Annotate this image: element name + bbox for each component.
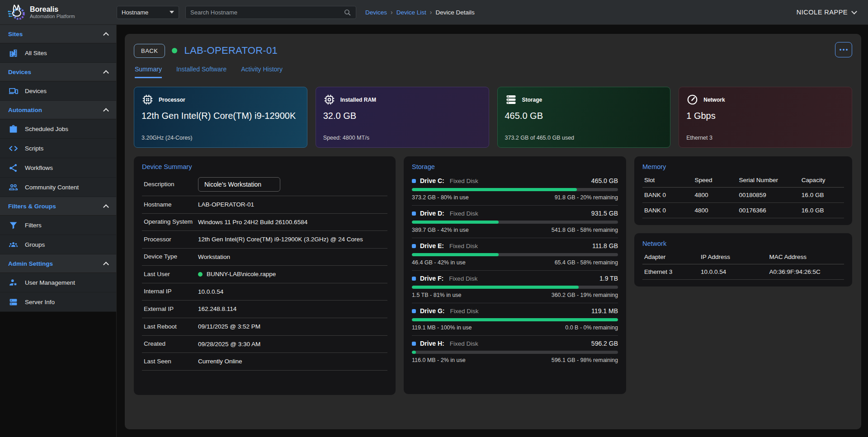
drive-used: 373.2 GB - 80% in use [412,194,469,201]
chevron-up-icon [103,32,109,38]
drive-row-f: Drive F: Fixed Disk 1.9 TB 1.5 TB - 81% … [412,271,618,303]
sidebar-section-automation[interactable]: Automation [0,101,116,119]
network-panel: Network Adapter IP Address MAC Address E… [634,233,852,287]
col-header-mac: MAC Address [768,250,844,264]
row-value: Currently Online [198,357,242,366]
sidebar-section-filters-groups[interactable]: Filters & Groups [0,197,116,216]
drive-name: Drive F: [420,275,443,282]
table-row: BANK 0 4800 00176366 16.0 GB [642,203,844,218]
brand: Borealis Automation Platform [0,2,117,23]
drive-used: 1.5 TB - 81% in use [412,292,462,298]
row-value: Workstation [198,253,230,262]
row-label: Hostname [144,201,198,209]
sidebar-item-label: Community Content [25,184,79,191]
sidebar: Sites All Sites Devices Devices Automati… [0,25,117,437]
memory-table: Slot Speed Serial Number Capacity BANK 0… [642,173,844,218]
sidebar-item-groups[interactable]: Groups [0,235,116,254]
drive-type: Fixed Disk [450,210,478,217]
row-label: Operating System [144,218,198,226]
memory-panel: Memory Slot Speed Serial Number Capacity [634,156,852,225]
sidebar-section-admin-settings[interactable]: Admin Settings [0,254,116,273]
sidebar-item-user-management[interactable]: User Management [0,273,116,292]
drive-size: 596.2 GB [591,340,618,347]
table-row: Ethernet 3 10.0.0.54 A0:36:9F:94:26:5C [642,264,844,280]
breadcrumb-device-list[interactable]: Device List [396,9,426,16]
server-icon [9,297,18,307]
summary-row-device-type: Device Type Workstation [142,249,387,266]
back-button[interactable]: BACK [134,44,165,58]
sidebar-item-workflows[interactable]: Workflows [0,158,116,178]
chevron-up-icon [103,204,109,210]
storage-card: Storage 465.0 GB 373.2 GB of 465.0 GB us… [497,87,671,148]
drive-usage-bar [412,188,618,191]
summary-row-last-user: Last User BUNNY-LAB\nicole.rappe [142,266,387,283]
building-icon [9,48,18,58]
user-menu[interactable]: NICOLE RAPPE [797,9,868,16]
sidebar-item-community-content[interactable]: Community Content [0,178,116,197]
user-gear-icon [9,278,18,287]
online-status-dot [198,272,203,277]
drive-name: Drive E: [420,242,444,249]
brand-name: Borealis [30,5,75,14]
stat-cards: Processor 12th Gen Intel(R) Core(TM) i9-… [134,87,852,148]
drive-type: Fixed Disk [450,340,478,347]
drive-type: Fixed Disk [449,275,477,282]
drive-bullet-icon [412,277,416,281]
sidebar-item-label: Scheduled Jobs [25,126,68,132]
stat-footer: 3.20GHz (24-Cores) [142,135,300,141]
row-label: Last Reboot [144,323,198,331]
installed-ram-card: Installed RAM 32.0 GB Speed: 4800 MT/s [316,87,489,148]
hostname-filter-value: Hostname [122,9,148,16]
stat-value: 12th Gen Intel(R) Core(TM) i9-12900K [142,111,300,121]
tab-activity-history[interactable]: Activity History [241,66,283,78]
drive-usage-bar [412,351,618,354]
description-input[interactable] [198,177,280,192]
drive-used: 119.1 MB - 100% in use [412,324,472,331]
drive-size: 1.9 TB [599,275,618,282]
chevron-up-icon [103,262,109,268]
summary-row-os: Operating System Windows 11 Pro 24H2 Bui… [142,214,387,231]
storage-panel: Storage Drive C: Fixed Disk 465.0 GB 373… [404,156,626,394]
chevron-up-icon [103,108,109,114]
drive-remaining: 360.2 GB - 19% remaining [552,292,618,298]
col-header-ip: IP Address [699,250,768,264]
summary-row-internal-ip: Internal IP 10.0.0.54 [142,283,387,301]
row-value: Windows 11 Pro 24H2 Build 26100.6584 [198,218,307,227]
code-icon [9,144,18,153]
breadcrumb-device-details: Device Details [435,9,474,16]
tab-summary[interactable]: Summary [135,66,162,78]
search-icon[interactable] [344,9,351,16]
drive-size: 465.0 GB [591,177,618,184]
sidebar-item-label: All Sites [25,50,47,56]
device-tabs: Summary Installed Software Activity Hist… [134,66,852,78]
sidebar-section-devices[interactable]: Devices [0,63,116,81]
disks-icon [505,94,517,106]
panel-title: Device Summary [142,163,387,170]
panel-title: Network [642,240,844,247]
more-options-button[interactable] [835,42,852,57]
drive-row-g: Drive G: Fixed Disk 119.1 MB 119.1 MB - … [412,303,618,336]
hostname-filter-select[interactable]: Hostname [117,6,179,19]
breadcrumb-devices[interactable]: Devices [365,9,387,16]
drive-name: Drive H: [420,340,444,347]
sidebar-section-sites[interactable]: Sites [0,25,116,43]
sidebar-item-devices[interactable]: Devices [0,81,116,101]
row-value: BUNNY-LAB\nicole.rappe [207,270,276,279]
sidebar-item-filters[interactable]: Filters [0,216,116,235]
sidebar-item-label: Scripts [25,145,43,152]
sidebar-item-all-sites[interactable]: All Sites [0,43,116,63]
caret-down-icon [170,11,174,14]
row-label: Processor [144,235,198,244]
sidebar-item-server-info[interactable]: Server Info [0,292,116,312]
sidebar-item-scripts[interactable]: Scripts [0,139,116,158]
stat-label: Processor [159,97,185,103]
sidebar-item-scheduled-jobs[interactable]: Scheduled Jobs [0,119,116,139]
drive-usage-bar [412,318,618,321]
search-input[interactable] [190,9,344,16]
tab-installed-software[interactable]: Installed Software [176,66,226,78]
drive-row-h: Drive H: Fixed Disk 596.2 GB 116.0 MB - … [412,336,618,368]
row-label: Last Seen [144,357,198,366]
search-box [185,6,356,19]
sidebar-item-label: Filters [25,222,42,229]
groups-icon [9,240,18,249]
